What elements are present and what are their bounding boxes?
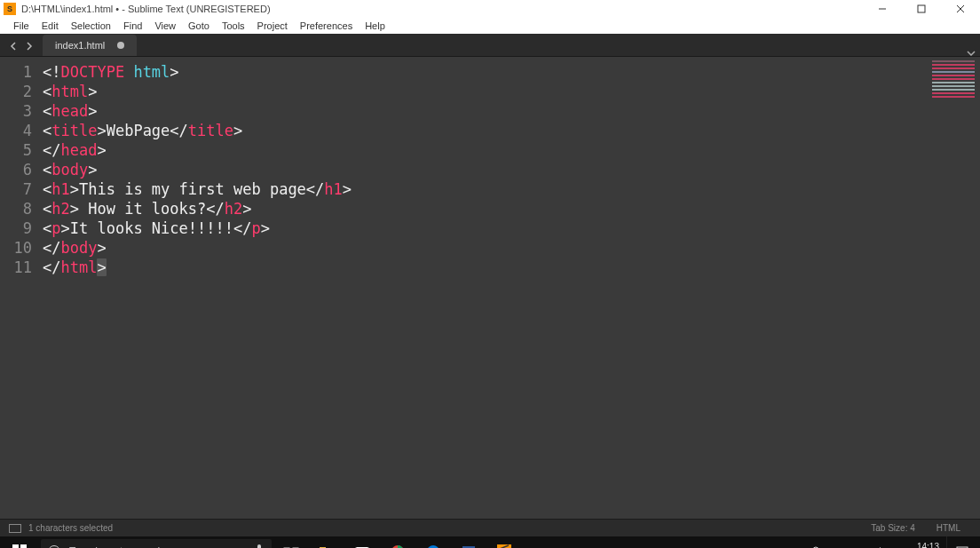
mail-icon[interactable] (344, 536, 380, 548)
window-title: D:\HTML\index1.html • - Sublime Text (UN… (21, 4, 271, 14)
taskbar-pinned-apps: W (273, 536, 522, 548)
titlebar: S D:\HTML\index1.html • - Sublime Text (… (0, 0, 980, 18)
file-tab-label: index1.html (55, 40, 105, 51)
menu-view[interactable]: View (148, 18, 182, 34)
status-selection: 1 characters selected (28, 523, 113, 533)
menu-bar: File Edit Selection Find View Goto Tools… (0, 18, 980, 34)
search-placeholder: Type here to search (69, 545, 163, 549)
tab-overflow-button[interactable] (962, 51, 980, 56)
close-button[interactable] (941, 0, 980, 18)
menu-file[interactable]: File (7, 18, 36, 34)
system-tray: 14:13 26-11-2018 (809, 536, 980, 548)
word-icon[interactable]: W (451, 536, 486, 548)
svg-rect-4 (12, 544, 19, 549)
editor[interactable]: 1234567891011 <!DOCTYPE html><html><head… (0, 57, 980, 519)
cortana-circle-icon (48, 545, 60, 549)
people-icon[interactable] (809, 544, 823, 549)
menu-project[interactable]: Project (251, 18, 294, 34)
sublime-logo-icon: S (4, 3, 16, 15)
status-syntax[interactable]: HTML (926, 523, 971, 533)
mic-icon[interactable] (254, 544, 265, 548)
taskbar: Type here to search W 14:13 26-11-2018 (0, 536, 980, 548)
menu-selection[interactable]: Selection (65, 18, 117, 34)
menu-edit[interactable]: Edit (36, 18, 65, 34)
action-center-icon[interactable] (946, 536, 976, 548)
file-explorer-icon[interactable] (309, 536, 344, 548)
menu-preferences[interactable]: Preferences (294, 18, 359, 34)
clock-time: 14:13 (894, 542, 939, 549)
tray-chevron-icon[interactable] (830, 544, 844, 549)
onedrive-icon[interactable] (851, 544, 865, 549)
dirty-indicator-icon (117, 42, 124, 49)
menu-tools[interactable]: Tools (216, 18, 251, 34)
svg-rect-1 (918, 5, 925, 12)
nav-forward-button[interactable] (21, 36, 37, 56)
volume-icon[interactable] (873, 544, 887, 549)
edge-icon[interactable] (415, 536, 451, 548)
tab-row: index1.html (0, 34, 980, 57)
status-tab-size[interactable]: Tab Size: 4 (860, 523, 925, 533)
status-bar: 1 characters selected Tab Size: 4 HTML (0, 519, 980, 536)
start-button[interactable] (0, 536, 39, 548)
task-view-icon[interactable] (273, 536, 309, 548)
svg-rect-5 (20, 544, 27, 549)
line-number-gutter: 1234567891011 (0, 57, 39, 519)
menu-help[interactable]: Help (359, 18, 391, 34)
code-area[interactable]: <!DOCTYPE html><html><head><title>WebPag… (39, 57, 980, 519)
svg-point-18 (427, 545, 439, 549)
minimap[interactable] (927, 57, 980, 519)
menu-goto[interactable]: Goto (182, 18, 216, 34)
nav-back-button[interactable] (5, 36, 21, 56)
minimize-button[interactable] (863, 0, 902, 18)
chrome-icon[interactable] (380, 536, 415, 548)
taskbar-search[interactable]: Type here to search (41, 539, 272, 549)
panel-switch-icon[interactable] (9, 524, 21, 533)
sublime-taskbar-icon[interactable] (486, 536, 522, 548)
menu-find[interactable]: Find (117, 18, 148, 34)
clock[interactable]: 14:13 26-11-2018 (894, 542, 939, 549)
svg-rect-8 (257, 544, 261, 548)
maximize-button[interactable] (902, 0, 941, 18)
file-tab[interactable]: index1.html (43, 35, 137, 56)
